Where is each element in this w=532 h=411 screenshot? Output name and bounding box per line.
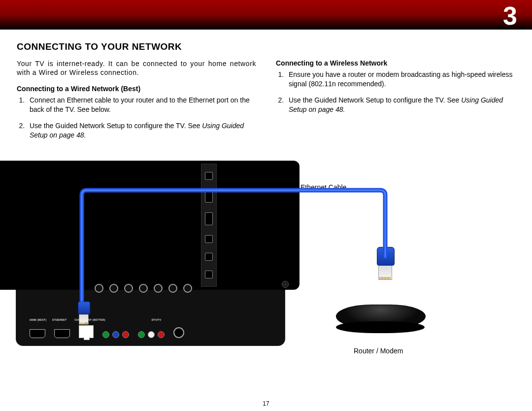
rca-jack-row [95, 284, 192, 293]
back-of-tv-label: BACK OF TV [19, 384, 66, 393]
rj45-plug-icon [78, 302, 90, 326]
optical-port-icon [205, 235, 213, 243]
vertical-io-strip [201, 164, 217, 287]
wired-steps: Connect an Ethernet cable to your router… [17, 96, 256, 140]
chapter-header-bar: 3 [0, 0, 532, 30]
hdmi-port-icon [205, 190, 213, 203]
router-icon [336, 305, 425, 335]
bottom-port-row [30, 325, 190, 338]
component-port-group [102, 331, 129, 338]
page-number: 17 [0, 400, 532, 407]
ethernet-cable-label: Ethernet Cable [300, 183, 346, 191]
section-title: CONNECTING TO YOUR NETWORK [17, 41, 515, 52]
list-item: Connect an Ethernet cable to your router… [27, 96, 256, 114]
ethernet-port-icon [79, 325, 94, 338]
port-label-row: HDMI (BEST) ETHERNET COMPONENT (BETTER) … [30, 318, 192, 321]
composite-port-group [138, 331, 165, 338]
hdmi-port-icon [54, 329, 70, 338]
step-text: Use the Guided Network Setup to configur… [289, 96, 461, 104]
screw-icon [282, 281, 289, 288]
rj45-plug-icon [377, 247, 394, 281]
tv-back-upper [0, 161, 299, 290]
chapter-number: 3 [503, 1, 517, 31]
coax-port-icon [173, 327, 184, 338]
hdmi-port-icon [205, 212, 213, 225]
list-item: Ensure you have a router or modem broadc… [286, 70, 515, 89]
intro-paragraph: Your TV is internet-ready. It can be con… [17, 59, 256, 77]
wired-heading: Connecting to a Wired Network (Best) [17, 85, 256, 93]
list-item: Use the Guided Network Setup to configur… [286, 96, 515, 114]
audio-out-port-icon [205, 253, 213, 261]
hdmi-port-icon [30, 329, 45, 338]
connection-diagram: HDMI (BEST) ETHERNET COMPONENT (BETTER) … [0, 161, 532, 397]
audio-out-port-icon [205, 271, 213, 278]
list-item: Use the Guided Network Setup to configur… [27, 121, 256, 140]
left-column: Your TV is internet-ready. It can be con… [17, 59, 256, 147]
wireless-heading: Connecting to a Wireless Network [276, 59, 515, 67]
right-column: Connecting to a Wireless Network Ensure … [276, 59, 515, 147]
usb-port-icon [205, 172, 213, 180]
router-label: Router / Modem [354, 347, 403, 355]
wireless-steps: Ensure you have a router or modem broadc… [276, 70, 515, 114]
step-text: Use the Guided Network Setup to configur… [30, 122, 202, 130]
